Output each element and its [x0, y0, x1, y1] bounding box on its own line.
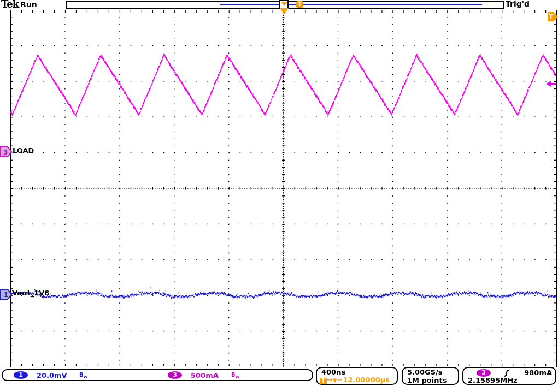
- record-length: 1M points: [407, 376, 447, 384]
- sample-rate: 5.00GS/s: [407, 368, 443, 376]
- right-arrow-icon: →: [327, 376, 333, 384]
- ch1-marker-number: 1: [4, 291, 8, 299]
- ch3-marker-number: 3: [3, 149, 8, 156]
- acquisition-status: Run: [20, 0, 37, 9]
- ch1-vertical-scale: 20.0mV: [37, 371, 67, 379]
- trigger-source-badge[interactable]: 3: [477, 369, 491, 377]
- trigger-position-arrow-icon[interactable]: [280, 8, 289, 14]
- trigger-flag-letter: T: [549, 13, 554, 21]
- ch3-trigger-level-arrow-icon[interactable]: [546, 80, 556, 87]
- ch1-badge[interactable]: 1: [14, 371, 28, 379]
- trigger-level-value: 980mA: [524, 369, 552, 377]
- waveform-canvas: [0, 0, 558, 392]
- oscilloscope-screen: Tek Run Trig'd T T 3 LOAD 1 Vout_1V8 1 2…: [0, 0, 558, 392]
- timebase-box[interactable]: 400ns T→▼−12.00000µs: [316, 367, 398, 385]
- trigger-level-t-flag-icon[interactable]: T: [548, 11, 558, 22]
- record-waveform-line: [220, 4, 482, 5]
- tek-logo: Tek: [1, 0, 19, 10]
- delay-t-icon: T: [320, 378, 327, 384]
- ch3-bandwidth-icon: BW: [231, 372, 239, 379]
- ch1-position-marker[interactable]: 1: [0, 288, 13, 300]
- trigger-delay-readout: T→▼−12.00000µs: [320, 376, 390, 384]
- ch3-trace-label: LOAD: [13, 146, 34, 155]
- trigger-t-icon: T: [296, 1, 303, 8]
- trigger-frequency: 2.15895MHz: [468, 376, 518, 384]
- channel-readouts-box[interactable]: 1 20.0mV BW 3 500mA BW: [2, 369, 313, 381]
- down-cursor-icon: ▼: [333, 377, 337, 383]
- acquisition-box[interactable]: 5.00GS/s 1M points: [402, 367, 459, 385]
- down-arrow-icon: [281, 2, 287, 6]
- delay-value: −12.00000µs: [337, 376, 390, 384]
- ch3-position-marker[interactable]: 3: [0, 146, 13, 158]
- timebase-scale: 400ns: [321, 368, 345, 376]
- ch3-vertical-scale: 500mA: [191, 371, 219, 379]
- ch3-badge[interactable]: 3: [168, 371, 182, 379]
- trigger-readout-box[interactable]: 3 980mA 2.15895MHz: [462, 367, 556, 385]
- ch1-bandwidth-icon: BW: [79, 372, 87, 379]
- trigger-status: Trig'd: [506, 0, 530, 8]
- record-trigger-position-marker[interactable]: [279, 0, 289, 9]
- ch1-trace-label: Vout_1V8: [12, 289, 49, 297]
